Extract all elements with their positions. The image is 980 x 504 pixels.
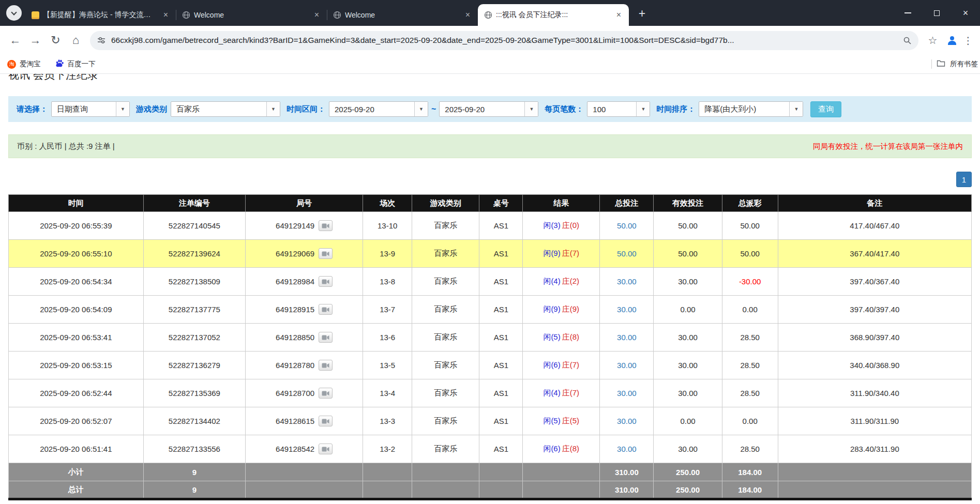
game-type-select[interactable]: 百家乐 ▼ [171, 101, 280, 117]
video-replay-button[interactable] [319, 248, 333, 259]
cell-note: 340.40/368.90 [778, 352, 971, 379]
minimize-button[interactable] [893, 0, 922, 26]
col-time: 时间 [9, 195, 144, 212]
caret-down-icon[interactable]: ▼ [524, 102, 538, 116]
video-replay-button[interactable] [319, 360, 333, 371]
browser-tab-betrecord-active[interactable]: :::视讯 会员下注纪录::: × [478, 4, 629, 26]
forward-button[interactable]: → [25, 30, 46, 51]
date-start-select[interactable]: 2025-09-20 ▼ [329, 101, 428, 117]
total-bet-link[interactable]: 30.00 [617, 333, 637, 342]
navigation-bar: ← → ↻ ⌂ 66cxkj98.com/game/betrecord_sear… [0, 26, 980, 55]
tab-close-icon[interactable]: × [312, 10, 322, 20]
cell-session: 13-6 [363, 324, 412, 352]
date-end-select[interactable]: 2025-09-20 ▼ [439, 101, 538, 117]
caret-down-icon[interactable]: ▼ [789, 102, 803, 116]
total-valid-bet: 250.00 [654, 481, 722, 499]
cell-bet-id: 522827140545 [143, 212, 245, 240]
bookmark-star-icon[interactable]: ☆ [923, 30, 943, 51]
caret-down-icon[interactable]: ▼ [414, 102, 428, 116]
video-replay-button[interactable] [319, 388, 333, 399]
total-bet-link[interactable]: 30.00 [617, 417, 637, 425]
round-number: 649129069 [276, 249, 314, 258]
cell-payout: 0.00 [722, 407, 778, 435]
minimize-icon [904, 12, 911, 13]
url-text[interactable]: 66cxkj98.com/game/betrecord_search/kind3… [111, 36, 899, 45]
table-row: 2025-09-20 06:55:10522827139624649129069… [9, 240, 972, 268]
caret-down-icon[interactable]: ▼ [116, 102, 129, 116]
page-title: 视讯 会员下注纪录 [8, 74, 980, 84]
browser-tab-welcome-1[interactable]: Welcome × [176, 4, 327, 26]
total-bet-link[interactable]: 30.00 [617, 277, 637, 286]
payout-value: -30.00 [739, 277, 761, 286]
tab-close-icon[interactable]: × [161, 10, 171, 20]
maximize-button[interactable] [922, 0, 951, 26]
cell-time: 2025-09-20 06:51:41 [9, 435, 144, 463]
total-bet-link[interactable]: 30.00 [617, 361, 637, 370]
bookmark-label: 百度一下 [68, 59, 96, 69]
search-button[interactable]: 查询 [810, 101, 841, 117]
bookmark-baidu[interactable]: 百度一下 [55, 59, 96, 69]
tab-close-icon[interactable]: × [463, 10, 473, 20]
cell-note: 397.40/397.40 [778, 296, 971, 324]
total-bet-link[interactable]: 30.00 [617, 389, 637, 398]
video-replay-button[interactable] [319, 220, 333, 231]
total-count: 9 [143, 481, 245, 499]
cell-round: 649128984 [246, 268, 363, 296]
page-size-select[interactable]: 100 ▼ [587, 101, 650, 117]
video-icon [322, 307, 329, 313]
result-player: 闲(6) [543, 444, 560, 453]
date-range-label: 时间区间： [287, 104, 325, 114]
refresh-button[interactable]: ↻ [46, 30, 66, 51]
close-window-button[interactable]: × [951, 0, 980, 26]
query-type-select[interactable]: 日期查询 ▼ [51, 101, 130, 117]
home-button[interactable]: ⌂ [66, 30, 86, 51]
magnifier-icon[interactable] [903, 36, 912, 45]
address-bar[interactable]: 66cxkj98.com/game/betrecord_search/kind3… [90, 31, 918, 50]
total-bet-link[interactable]: 50.00 [617, 221, 637, 230]
result-player: 闲(9) [543, 304, 560, 313]
tab-close-icon[interactable]: × [614, 10, 624, 20]
bookmark-taobao[interactable]: 淘 爱淘宝 [7, 59, 41, 69]
cell-note: 311.90/340.40 [778, 379, 971, 407]
total-bet-link[interactable]: 50.00 [617, 249, 637, 258]
cell-result: 闲(4)庄(2) [523, 268, 600, 296]
cell-total-bet: 30.00 [600, 268, 654, 296]
table-row: 2025-09-20 06:54:09522827137775649128915… [9, 296, 972, 324]
forum-favicon [31, 11, 39, 19]
cell-bet-id: 522827137052 [143, 324, 245, 352]
sort-select[interactable]: 降冪(由大到小) ▼ [699, 101, 803, 117]
total-bet-link[interactable]: 30.00 [617, 445, 637, 453]
video-replay-button[interactable] [319, 304, 333, 315]
cell-table: AS1 [479, 324, 523, 352]
back-button[interactable]: ← [5, 30, 25, 51]
cell-time: 2025-09-20 06:53:41 [9, 324, 144, 352]
new-tab-button[interactable]: + [634, 6, 650, 22]
cell-table: AS1 [479, 268, 523, 296]
profile-avatar[interactable] [943, 31, 961, 50]
sort-value: 降冪(由大到小) [699, 102, 789, 116]
subtotal-label: 小计 [9, 463, 144, 481]
video-replay-button[interactable] [319, 444, 333, 454]
tab-search-button[interactable] [6, 5, 22, 21]
video-replay-button[interactable] [319, 332, 333, 343]
video-replay-button[interactable] [319, 276, 333, 287]
total-bet-link[interactable]: 30.00 [617, 305, 637, 314]
browser-tab-forum[interactable]: 【新提醒】海燕论坛 - 博学交流… × [25, 4, 176, 26]
browser-tab-welcome-2[interactable]: Welcome × [327, 4, 478, 26]
page-1-button[interactable]: 1 [956, 172, 972, 187]
menu-kebab-icon[interactable]: ⋮ [961, 30, 975, 51]
result-player: 闲(3) [543, 221, 560, 230]
result-player: 闲(4) [543, 388, 560, 397]
query-type-value: 日期查询 [52, 102, 116, 116]
col-note: 备注 [778, 195, 971, 212]
site-info-icon[interactable] [97, 36, 106, 45]
cell-valid-bet: 30.00 [654, 379, 722, 407]
table-row: 2025-09-20 06:51:41522827133556649128542… [9, 435, 972, 463]
video-replay-button[interactable] [319, 416, 333, 426]
round-number: 649128915 [276, 305, 314, 314]
total-row: 总计 9 310.00 250.00 184.00 [9, 481, 972, 499]
all-bookmarks[interactable]: 所有书签 [931, 55, 980, 73]
caret-down-icon[interactable]: ▼ [636, 102, 650, 116]
cell-note: 367.40/417.40 [778, 240, 971, 268]
caret-down-icon[interactable]: ▼ [266, 102, 280, 116]
